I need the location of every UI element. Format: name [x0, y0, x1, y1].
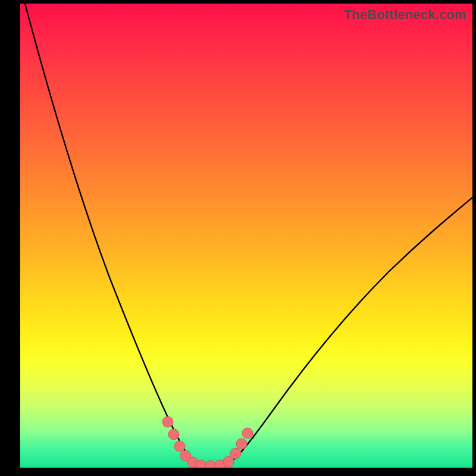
watermark-text: TheBottleneck.com	[344, 7, 466, 23]
marker-dot	[215, 460, 226, 468]
curve-right	[224, 198, 472, 467]
marker-dot	[205, 461, 216, 468]
marker-dot	[223, 456, 234, 467]
marker-dot	[187, 457, 198, 468]
chart-plot-area: TheBottleneck.com	[20, 4, 472, 468]
chart-frame: TheBottleneck.com	[0, 0, 476, 476]
marker-dot	[230, 448, 241, 459]
marker-dot	[236, 439, 247, 449]
curve-floor	[198, 466, 224, 468]
chart-svg	[20, 4, 472, 468]
marker-dot	[162, 416, 173, 427]
marker-dot	[180, 450, 191, 461]
marker-dot	[196, 460, 206, 468]
marker-cluster	[162, 416, 253, 468]
marker-dot	[242, 428, 253, 439]
marker-dot	[174, 441, 185, 452]
marker-dot	[168, 429, 179, 440]
curve-left	[25, 4, 198, 466]
